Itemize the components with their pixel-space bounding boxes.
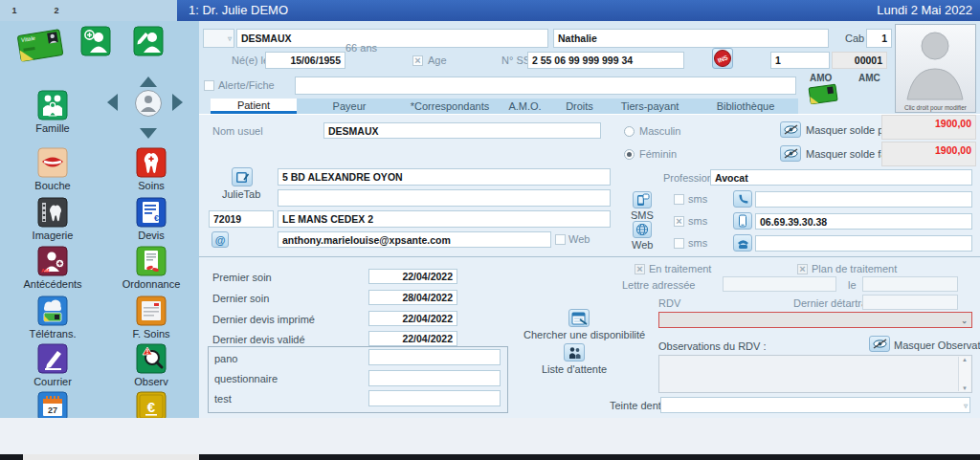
taskbar-item[interactable]: [23, 454, 199, 460]
phone-mobile-input[interactable]: 06.69.39.30.38: [755, 213, 972, 230]
devis-imprime-label: Dernier devis imprimé: [212, 314, 315, 325]
alerte-input[interactable]: [295, 77, 796, 95]
web-checkbox-label: Web: [568, 233, 590, 245]
sms-button[interactable]: [633, 191, 652, 208]
sidebar-item-ordonnance[interactable]: Ordonnance: [110, 246, 192, 290]
observations-label: Observations du RDV :: [658, 340, 767, 352]
feminin-radio[interactable]: [624, 149, 635, 160]
bouche-icon: [37, 147, 68, 178]
workspace-tab-2[interactable]: 2: [42, 3, 71, 18]
title-select[interactable]: ▿: [203, 29, 234, 48]
nav-down-arrow[interactable]: [140, 128, 157, 139]
masquer-observations-button[interactable]: [869, 336, 890, 352]
sidebar-item-soins[interactable]: Soins: [110, 147, 192, 191]
pano-label: pano: [214, 353, 237, 364]
phone-fax-input[interactable]: [755, 235, 972, 252]
chercher-disponibilite-button[interactable]: [568, 309, 590, 327]
textarea-scrollbar[interactable]: ▲▼: [958, 357, 970, 391]
tab-amo[interactable]: A.M.O.: [498, 99, 552, 114]
email-button[interactable]: @: [212, 231, 229, 248]
phone-mobile-button[interactable]: [733, 212, 752, 230]
nom-usuel-input[interactable]: DESMAUX: [323, 122, 601, 139]
edit-patient-button[interactable]: [133, 26, 164, 58]
chercher-disponibilite-label: Chercher une disponibilité: [523, 329, 645, 340]
sms-checkbox-3[interactable]: [674, 238, 684, 249]
test-input[interactable]: [368, 390, 501, 406]
current-patient-button[interactable]: [135, 90, 162, 117]
sidebar-item-famille[interactable]: Famille: [11, 90, 94, 134]
sms-checkbox-2[interactable]: ×: [674, 216, 684, 227]
cab-input[interactable]: 1: [866, 29, 892, 48]
tab-bibliotheque[interactable]: Bibliothèque: [693, 99, 798, 114]
plan-traitement-checkbox[interactable]: ×: [797, 264, 808, 274]
patient-photo[interactable]: Clic droit pour modifier: [895, 24, 976, 113]
sidebar-item-bouche[interactable]: Bouche: [11, 147, 94, 191]
ss-key-input[interactable]: 1: [770, 52, 830, 69]
phone-fax-button[interactable]: [733, 234, 752, 252]
address2-input[interactable]: [278, 189, 611, 207]
antecedents-icon: AM: [37, 246, 68, 276]
phone-home-input[interactable]: [755, 191, 972, 208]
address1-input[interactable]: 5 BD ALEXANDRE OYON: [278, 168, 611, 186]
add-patient-button[interactable]: [80, 26, 111, 58]
tab-patient[interactable]: Patient: [211, 99, 297, 114]
questionnaire-input[interactable]: [368, 370, 501, 386]
workspace-tab-1[interactable]: 1: [0, 3, 29, 18]
devis-valide-label: Dernier devis validé: [212, 334, 305, 345]
tab-tiers-payant[interactable]: Tiers-payant: [607, 99, 693, 114]
julietab-button[interactable]: [232, 167, 253, 186]
cab-label: Cab: [845, 33, 864, 44]
masculin-radio[interactable]: [624, 126, 635, 137]
zip-input[interactable]: 72019: [209, 210, 274, 228]
sidebar-item-teletrans[interactable]: Télétrans.: [11, 296, 94, 340]
dernier-soin-label: Dernier soin: [212, 293, 269, 304]
detartrage-input[interactable]: [862, 295, 958, 310]
lettre-date-input[interactable]: [862, 276, 958, 292]
sidebar-item-observ[interactable]: Observ: [110, 343, 192, 387]
teinte-dents-input[interactable]: ▿: [660, 397, 970, 413]
lastname-input[interactable]: DESMAUX: [236, 29, 548, 48]
sms-label-3: sms: [688, 237, 707, 249]
age-checkbox[interactable]: ×: [412, 55, 423, 66]
web-checkbox[interactable]: [555, 234, 566, 245]
sidebar-item-fsoins[interactable]: F. Soins: [110, 296, 192, 340]
sidebar-item-imagerie[interactable]: Imagerie: [11, 197, 94, 241]
sidebar-item-devis[interactable]: € Devis: [110, 197, 192, 241]
nav-up-arrow[interactable]: [140, 77, 157, 87]
tab-payeur[interactable]: Payeur: [297, 99, 402, 114]
city-input[interactable]: LE MANS CEDEX 2: [278, 210, 611, 228]
sidebar-label: Devis: [110, 230, 192, 241]
masquer-solde-famille-button[interactable]: [780, 145, 801, 162]
tab-droits[interactable]: Droits: [552, 99, 607, 114]
lettre-adressee-input[interactable]: [723, 276, 836, 292]
scroll-down-icon: ▼: [962, 385, 968, 391]
web-button[interactable]: [633, 221, 652, 238]
soins-icon: [136, 147, 167, 178]
sidebar-label: F. Soins: [110, 328, 192, 340]
amo-vitale-button[interactable]: [807, 82, 839, 107]
nav-left-arrow[interactable]: [107, 94, 118, 111]
sms-checkbox-1[interactable]: [674, 194, 684, 205]
liste-attente-button[interactable]: [564, 343, 585, 361]
ss-input[interactable]: 2 55 06 99 999 999 34: [527, 52, 684, 69]
firstname-input[interactable]: Nathalie: [553, 29, 829, 48]
ins-button[interactable]: INS: [712, 48, 733, 69]
email-input[interactable]: anthony.marielouise@xpsante.com: [278, 231, 551, 248]
phone-home-button[interactable]: [733, 190, 752, 208]
masquer-solde-patient-button[interactable]: [780, 121, 801, 138]
alerte-checkbox[interactable]: [204, 80, 214, 91]
observations-textarea[interactable]: ▲▼: [658, 355, 972, 393]
app-window: 1 2 1: Dr. Julie DEMO Lundi 2 Mai 2022 V…: [0, 0, 980, 460]
nav-right-arrow[interactable]: [172, 94, 183, 111]
devis-valide-value: 22/04/2022: [368, 331, 457, 346]
carte-vitale-button[interactable]: Vitale: [13, 25, 67, 67]
sidebar-item-courrier[interactable]: Courrier: [11, 343, 94, 387]
tab-correspondants[interactable]: *Correspondants: [402, 99, 498, 114]
profession-input[interactable]: Avocat: [710, 169, 972, 186]
pano-input[interactable]: [368, 349, 501, 365]
en-traitement-checkbox[interactable]: ×: [635, 264, 645, 274]
dob-input[interactable]: 15/06/1955: [265, 52, 345, 69]
sidebar-item-antecedents[interactable]: AM Antécédents: [11, 246, 94, 290]
dob-label: Né(e) le: [232, 55, 269, 66]
rdv-select[interactable]: ⌄: [658, 312, 972, 328]
